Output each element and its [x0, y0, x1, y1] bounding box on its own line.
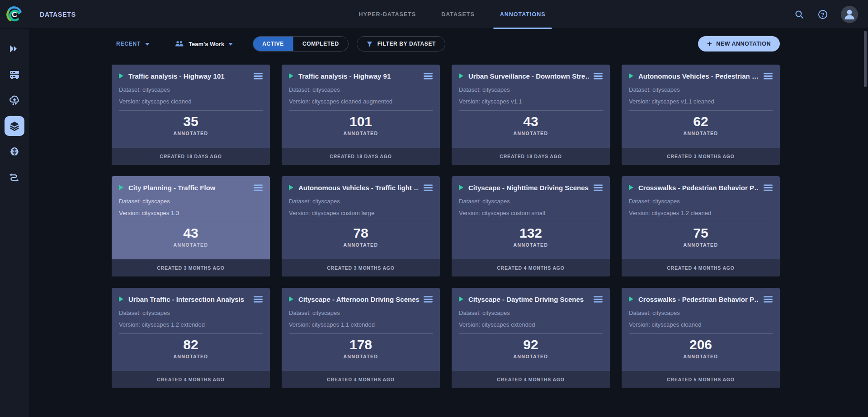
sidebar-item-workers-queues[interactable]: [5, 65, 24, 84]
card-menu-button[interactable]: [594, 296, 603, 303]
card-title: City Planning - Traffic Flow: [128, 184, 249, 192]
content-area: RECENT Team's Work ACTIVE COMPLETED FILT…: [29, 29, 868, 417]
card-version: Version: cityscapes cleaned augmented: [289, 98, 433, 105]
card-body: Crosswalks - Pedestrian Behavior P… Data…: [622, 176, 780, 259]
play-icon[interactable]: [119, 73, 123, 79]
card-header: Traffic analysis - Highway 91: [289, 70, 433, 81]
new-annotation-button[interactable]: + NEW ANNOTATION: [698, 36, 780, 52]
card-header: Urban Traffic - Intersection Analysis: [119, 294, 263, 305]
vertical-scrollbar-thumb[interactable]: [864, 31, 867, 87]
play-icon[interactable]: [629, 185, 633, 190]
card-menu-button[interactable]: [764, 184, 773, 191]
annotated-label: ANNOTATED: [119, 242, 263, 248]
card-header: Urban Surveillance - Downtown Stre…: [459, 70, 603, 81]
card-body: City Planning - Traffic Flow Dataset: ci…: [112, 176, 270, 259]
hamburger-menu-icon: [254, 184, 263, 191]
sidebar-item-projects[interactable]: [5, 39, 24, 59]
tab-datasets[interactable]: DATASETS: [441, 0, 475, 29]
hamburger-menu-icon: [424, 184, 433, 191]
card-menu-button[interactable]: [254, 296, 263, 303]
annotated-label: ANNOTATED: [629, 131, 773, 136]
card-header: Cityscape - Nighttime Driving Scenes: [459, 182, 603, 193]
svg-text:C: C: [12, 10, 17, 18]
hamburger-menu-icon: [764, 296, 773, 303]
filter-by-dataset-button[interactable]: FILTER BY DATASET: [357, 36, 445, 52]
projects-icon: [9, 43, 20, 55]
scope-dropdown[interactable]: Team's Work: [175, 40, 233, 47]
annotation-card[interactable]: Cityscape - Afternoon Driving Scenes Dat…: [282, 288, 440, 388]
annotation-card[interactable]: Autonomous Vehicles - Traffic light … Da…: [282, 176, 440, 276]
help-icon[interactable]: ?: [817, 9, 828, 20]
card-menu-button[interactable]: [424, 73, 433, 80]
top-bar: C DATASETS HYPER-DATASETS DATASETS ANNOT…: [0, 0, 868, 29]
sidebar-item-applications[interactable]: [5, 90, 24, 110]
annotated-count: 132: [459, 225, 603, 241]
hamburger-menu-icon: [254, 73, 263, 80]
search-icon[interactable]: [794, 9, 805, 20]
card-created-footer: CREATED 4 MONTHS AGO: [112, 371, 270, 388]
topbar-actions: ?: [794, 6, 868, 23]
card-menu-button[interactable]: [424, 184, 433, 191]
card-menu-button[interactable]: [764, 296, 773, 303]
status-filter-active[interactable]: ACTIVE: [253, 37, 293, 51]
card-dataset: Dataset: cityscapes: [119, 86, 263, 93]
card-menu-button[interactable]: [254, 184, 263, 191]
sidebar-item-datasets[interactable]: [5, 116, 24, 136]
card-body: Autonomous Vehicles - Pedestrian … Datas…: [622, 65, 780, 148]
card-version: Version: cityscapes custom large: [289, 210, 433, 216]
card-title: Autonomous Vehicles - Pedestrian …: [638, 72, 759, 80]
sidebar-item-pipelines[interactable]: [5, 168, 24, 187]
play-icon[interactable]: [289, 185, 293, 190]
card-menu-button[interactable]: [594, 73, 603, 80]
card-divider: [119, 222, 263, 222]
card-version: Version: cityscapes cleaned: [629, 321, 773, 328]
annotation-card[interactable]: Crosswalks - Pedestrian Behavior P… Data…: [622, 176, 780, 276]
user-avatar[interactable]: [841, 6, 858, 23]
hamburger-menu-icon: [424, 296, 433, 303]
card-body: Cityscape - Afternoon Driving Scenes Dat…: [282, 288, 440, 371]
tab-hyper-datasets[interactable]: HYPER-DATASETS: [359, 0, 416, 29]
play-icon[interactable]: [629, 296, 633, 302]
annotation-card[interactable]: Autonomous Vehicles - Pedestrian … Datas…: [622, 65, 780, 165]
card-title: Cityscape - Nighttime Driving Scenes: [468, 184, 589, 192]
card-title: Traffic analysis - Highway 101: [128, 72, 249, 80]
card-menu-button[interactable]: [424, 296, 433, 303]
annotation-card[interactable]: Urban Traffic - Intersection Analysis Da…: [112, 288, 270, 388]
card-divider: [629, 110, 773, 111]
card-dataset: Dataset: cityscapes: [119, 309, 263, 316]
play-icon[interactable]: [459, 296, 463, 302]
card-menu-button[interactable]: [764, 73, 773, 80]
play-icon[interactable]: [119, 185, 123, 190]
annotation-card[interactable]: Urban Surveillance - Downtown Stre… Data…: [452, 65, 610, 165]
card-header: City Planning - Traffic Flow: [119, 182, 263, 193]
annotation-card[interactable]: Crosswalks - Pedestrian Behavior P… Data…: [622, 288, 780, 388]
tab-annotations[interactable]: ANNOTATIONS: [500, 0, 546, 29]
card-dataset: Dataset: cityscapes: [629, 86, 773, 93]
sidebar-nav: [0, 29, 29, 417]
play-icon[interactable]: [459, 73, 463, 79]
play-icon[interactable]: [629, 73, 633, 79]
card-dataset: Dataset: cityscapes: [289, 86, 433, 93]
card-dataset: Dataset: cityscapes: [459, 86, 603, 93]
play-icon[interactable]: [459, 185, 463, 190]
play-icon[interactable]: [119, 296, 123, 302]
play-icon[interactable]: [289, 296, 293, 302]
card-menu-button[interactable]: [594, 184, 603, 191]
annotation-card[interactable]: Traffic analysis - Highway 101 Dataset: …: [112, 65, 270, 165]
annotation-card[interactable]: Traffic analysis - Highway 91 Dataset: c…: [282, 65, 440, 165]
card-title: Cityscape - Daytime Driving Scenes: [468, 295, 589, 303]
plus-icon: +: [707, 39, 712, 48]
play-icon[interactable]: [289, 73, 293, 79]
sort-dropdown[interactable]: RECENT: [116, 41, 150, 47]
sidebar-item-models[interactable]: [5, 142, 24, 162]
card-menu-button[interactable]: [254, 73, 263, 80]
annotation-card[interactable]: Cityscape - Daytime Driving Scenes Datas…: [452, 288, 610, 388]
card-created-footer: CREATED 3 MONTHS AGO: [282, 259, 440, 276]
applications-icon: [9, 94, 20, 106]
status-filter-completed[interactable]: COMPLETED: [293, 37, 348, 51]
annotated-label: ANNOTATED: [289, 354, 433, 359]
annotation-card[interactable]: City Planning - Traffic Flow Dataset: ci…: [112, 176, 270, 276]
card-body: Traffic analysis - Highway 101 Dataset: …: [112, 65, 270, 148]
card-title: Traffic analysis - Highway 91: [298, 72, 419, 80]
annotation-card[interactable]: Cityscape - Nighttime Driving Scenes Dat…: [452, 176, 610, 276]
